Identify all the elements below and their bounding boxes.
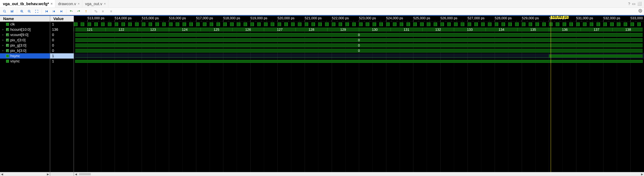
scroll-track[interactable]: [78, 173, 640, 176]
undo-icon[interactable]: [68, 8, 74, 14]
bus-value: 129: [327, 28, 359, 32]
svg-point-22: [640, 10, 641, 11]
redo-icon[interactable]: [75, 8, 82, 14]
shift-right-icon[interactable]: [108, 8, 114, 14]
signal-value: 1: [50, 22, 74, 27]
wave-row-pix_r30[interactable]: 0: [74, 38, 644, 43]
bus-value: 137: [581, 28, 612, 32]
scroll-right-icon[interactable]: ▸: [640, 172, 644, 176]
svg-rect-17: [62, 10, 62, 12]
wave-row-clk[interactable]: [74, 22, 644, 27]
signal-row-pix_r30[interactable]: ›pix_r[3:0]: [0, 38, 50, 43]
go-start-icon[interactable]: [43, 8, 50, 14]
next-edge-icon[interactable]: [58, 8, 65, 14]
time-tick: 523,000 ps: [359, 16, 376, 22]
signal-value-list[interactable]: 1136000011: [50, 22, 74, 172]
signal-row-pix_g30[interactable]: ›pix_g[3:0]: [0, 43, 50, 48]
signal-name-label: pix_r[3:0]: [10, 38, 26, 42]
time-tick: 531,000 ps: [576, 16, 593, 22]
signal-type-icon: [6, 34, 9, 36]
time-tick: 514,000 ps: [115, 16, 132, 22]
tab-wcfg[interactable]: vga_out_tb_behav.wcfg* ×: [0, 0, 55, 8]
search-icon[interactable]: [1, 8, 8, 14]
wave-row-vcount90[interactable]: 0: [74, 32, 644, 38]
waveform-panel[interactable]: 513,000 ps514,000 ps515,000 ps516,000 ps…: [74, 16, 644, 176]
signal-value: 0: [50, 43, 74, 48]
expand-icon[interactable]: ›: [2, 38, 5, 42]
svg-line-1: [5, 12, 6, 13]
time-tick: 530,000 ps: [549, 16, 566, 22]
signal-row-vsync[interactable]: vsync: [0, 58, 50, 64]
signal-name-label: vsync: [10, 59, 20, 63]
signal-value: 1: [50, 53, 74, 58]
scroll-left-icon[interactable]: ◂: [74, 172, 78, 176]
restore-icon[interactable]: ▭: [632, 2, 636, 6]
signal-value-panel: Value 1136000011: [50, 16, 74, 176]
column-header-name[interactable]: Name: [0, 16, 50, 22]
settings-icon[interactable]: [638, 9, 642, 14]
signal-row-hcount100[interactable]: ›hcount[10:0]: [0, 27, 50, 32]
signal-row-hsync[interactable]: hsync: [0, 53, 50, 58]
add-marker-icon[interactable]: [83, 8, 89, 14]
wave-hscroll[interactable]: ◂ ▸: [74, 172, 644, 176]
scroll-right-icon[interactable]: ▸: [46, 172, 50, 176]
bus-value: 138: [612, 28, 644, 32]
signal-row-pix_b30[interactable]: ›pix_b[3:0]: [0, 48, 50, 53]
signal-type-icon: [6, 60, 9, 63]
time-tick: 520,000 ps: [278, 16, 294, 22]
expand-icon[interactable]: ›: [2, 28, 5, 31]
zoom-out-icon[interactable]: [26, 8, 32, 14]
tab-strip: vga_out_tb_behav.wcfg* × drawcon.v × vga…: [0, 0, 644, 8]
zoom-in-icon[interactable]: [18, 8, 25, 14]
signal-row-clk[interactable]: clk: [0, 22, 50, 27]
signal-name-label: pix_g[3:0]: [10, 43, 26, 48]
bus-value: 136: [549, 28, 581, 32]
prev-edge-icon[interactable]: [51, 8, 57, 14]
signal-type-icon: [6, 44, 9, 47]
signal-row-vcount90[interactable]: ›vcount[9:0]: [0, 32, 50, 38]
bus-value: 0: [74, 43, 644, 48]
zoom-fit-icon[interactable]: [34, 8, 40, 14]
wave-row-pix_g30[interactable]: 0: [74, 43, 644, 48]
scroll-left-icon[interactable]: ◂: [0, 172, 4, 176]
signal-name-list[interactable]: clk›hcount[10:0]›vcount[9:0]›pix_r[3:0]›…: [0, 22, 50, 172]
bus-value: 123: [137, 28, 169, 32]
bus-value: 130: [359, 28, 390, 32]
expand-icon[interactable]: ›: [2, 44, 5, 47]
close-icon[interactable]: ×: [104, 2, 106, 6]
expand-icon[interactable]: ›: [2, 49, 5, 52]
swap-icon[interactable]: [93, 8, 99, 14]
bus-value: 121: [74, 28, 106, 32]
bus-value: 131: [390, 28, 422, 32]
signal-type-icon: [6, 28, 9, 31]
name-hscroll[interactable]: ◂ ▸: [0, 172, 50, 176]
tab-label: vga_out_tb_behav.wcfg*: [3, 2, 49, 6]
wave-row-hcount100[interactable]: 1211221231241251261271281291301311321331…: [74, 27, 644, 32]
tab-vgaout[interactable]: vga_out.v ×: [82, 0, 108, 8]
time-tick: 517,000 ps: [196, 16, 213, 22]
maximize-icon[interactable]: ⬜: [637, 2, 642, 6]
wave-row-hsync[interactable]: [74, 53, 644, 58]
signal-name-label: clk: [10, 22, 15, 26]
signal-value: 0: [50, 38, 74, 43]
svg-rect-12: [46, 10, 46, 12]
close-icon[interactable]: ×: [51, 2, 53, 6]
close-icon[interactable]: ×: [78, 2, 80, 6]
scroll-thumb[interactable]: [79, 173, 91, 175]
bus-value: 135: [517, 28, 549, 32]
wave-row-vsync[interactable]: [74, 58, 644, 64]
shift-left-icon[interactable]: [100, 8, 107, 14]
signal-name-label: hsync: [10, 54, 20, 58]
wave-row-pix_b30[interactable]: 0: [74, 48, 644, 53]
column-header-value[interactable]: Value: [50, 16, 74, 22]
tab-drawcon[interactable]: drawcon.v ×: [55, 0, 82, 8]
time-tick: 521,000 ps: [305, 16, 322, 22]
bars-icon[interactable]: [9, 8, 15, 14]
time-ruler[interactable]: 513,000 ps514,000 ps515,000 ps516,000 ps…: [74, 16, 644, 22]
svg-point-0: [3, 10, 5, 12]
help-icon[interactable]: ?: [628, 2, 630, 6]
expand-icon[interactable]: ›: [2, 33, 5, 36]
waveform-body[interactable]: 1211221231241251261271281291301311321331…: [74, 22, 644, 172]
time-tick: 513,000 ps: [88, 16, 104, 22]
time-tick: 528,000 ps: [495, 16, 512, 22]
